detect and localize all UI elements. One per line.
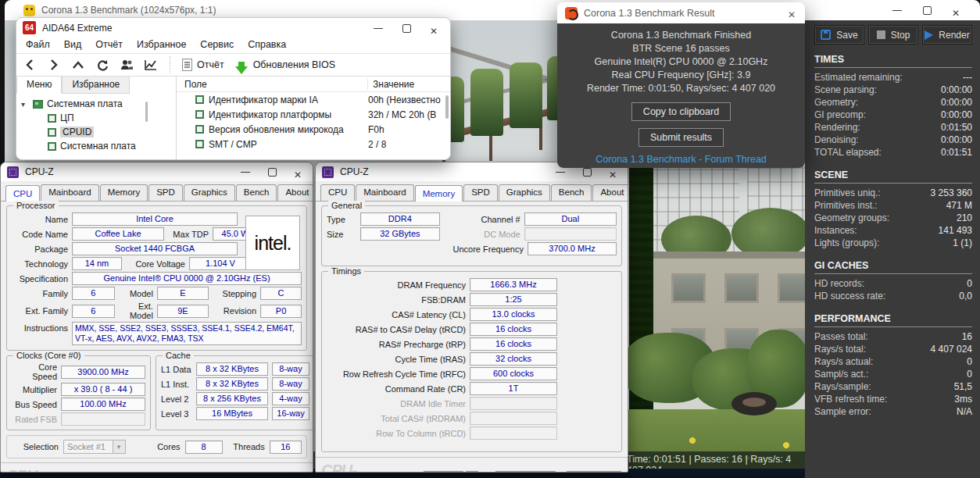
menu-item[interactable]: Отчёт [95, 39, 123, 50]
cache-group: Cache L1 Data8 x 32 KBytes8-way L1 Inst.… [156, 355, 313, 430]
chart-icon[interactable] [144, 58, 158, 72]
aida64-field-list: Поле Значение Идентификатор марки IA 00h… [177, 77, 450, 160]
report-button[interactable]: Отчёт [197, 59, 224, 70]
instructions-field: MMX, SSE, SSE2, SSE3, SSSE3, SSE4.1, SSE… [72, 322, 302, 345]
tab[interactable]: CPU [320, 184, 355, 201]
refresh-icon[interactable] [95, 58, 109, 72]
minimize-icon[interactable] [892, 5, 902, 15]
tree-vertical-scrollbar[interactable] [145, 102, 148, 122]
tab[interactable]: SPD [463, 184, 498, 201]
stat-row: Passes total:16 [814, 330, 972, 343]
maximize-icon[interactable] [402, 23, 411, 33]
desktop: Corona 1.3 Benchmark (1024x576px, 1:1) [0, 0, 980, 478]
tools-button[interactable]: Tools [423, 471, 464, 473]
timing-field: 1666.3 MHz [470, 278, 557, 291]
timing-field [470, 426, 557, 440]
maximize-icon[interactable] [582, 167, 592, 177]
tools-dropdown-icon[interactable]: ▾ [465, 471, 478, 473]
specification-field: Genuine Intel® CPU 0000 @ 2.10GHz (ES) [72, 272, 302, 285]
tab[interactable]: Bench [236, 184, 277, 201]
column-header-value[interactable]: Значение [368, 79, 414, 90]
tab[interactable]: Memory [100, 184, 148, 201]
close-icon[interactable] [952, 5, 961, 15]
general-group: General Type DDR4 Channel # Dual Size 32… [321, 205, 622, 266]
forum-thread-link[interactable]: Corona 1.3 Benchmark - Forum Thread [596, 154, 767, 165]
timing-row: RAS# Precharge (tRP) 16 clocks [327, 337, 617, 351]
timing-field: 13.0 clocks [470, 308, 557, 321]
close-icon[interactable] [294, 167, 303, 177]
tree-item[interactable]: Системная плата [21, 139, 176, 153]
socket-select[interactable]: Socket #1 [63, 440, 126, 454]
menu-item[interactable]: Справка [248, 39, 286, 50]
tab-favorites[interactable]: Избранное [62, 77, 130, 94]
menu-item[interactable]: Файл [26, 39, 50, 50]
tab[interactable]: Bench [551, 184, 592, 201]
up-icon[interactable] [71, 58, 85, 72]
users-icon[interactable] [120, 58, 134, 72]
maximize-icon[interactable] [922, 5, 932, 15]
menu-item[interactable]: Вид [64, 39, 82, 50]
tab[interactable]: Graphics [184, 184, 235, 201]
table-row[interactable]: SMT / CMP 2 / 8 [177, 137, 450, 152]
tree-item[interactable]: ЦП [21, 111, 176, 125]
minimize-icon[interactable] [374, 23, 383, 33]
validate-button[interactable]: Validate [495, 471, 556, 473]
column-header-field[interactable]: Поле [177, 79, 368, 90]
tab[interactable]: Mainboard [41, 184, 98, 201]
stat-row: Scene parsing:0:00:00 [814, 84, 972, 96]
copy-to-clipboard-button[interactable]: Copy to clipboard [631, 102, 731, 121]
menu-item[interactable]: Избранное [137, 39, 186, 50]
render-status-text: Time: 0:01:51 | Passes: 16 | Rays/s: 4 4… [627, 454, 805, 469]
tab[interactable]: About [592, 184, 628, 201]
bios-download-icon[interactable] [234, 58, 249, 72]
tab[interactable]: Memory [415, 185, 463, 202]
tree-item[interactable]: CPUID [21, 125, 176, 139]
processor-group: Processor intel. NameIntel Core Code Nam… [6, 205, 307, 351]
close-button[interactable]: Close [566, 471, 622, 473]
maximize-icon[interactable] [267, 167, 277, 177]
l1-inst-field: 8 x 32 KBytes [196, 377, 268, 391]
menu-item[interactable]: Сервис [200, 39, 234, 50]
chevron-down-icon[interactable]: ▾ [21, 100, 29, 109]
timing-field [470, 397, 557, 410]
stop-button[interactable]: Stop [868, 25, 918, 45]
table-row[interactable]: Идентификатор платформы 32h / MC 20h (B [177, 107, 450, 122]
benchmark-result-dialog: Corona 1.3 Benchmark Result Corona 1.3 B… [557, 2, 805, 168]
report-icon[interactable] [182, 59, 192, 71]
tab-menu[interactable]: Меню [16, 77, 62, 94]
table-row[interactable]: Идентификатор марки IA 00h (Неизвестно [177, 92, 450, 107]
l1-data-way-field: 8-way [272, 362, 309, 376]
timing-row: Command Rate (CR) 1T [327, 382, 617, 395]
timing-field: 1T [470, 382, 557, 395]
cpuz-tabs: CPUMainboardMemorySPDGraphicsBenchAbout [316, 181, 628, 202]
forward-icon[interactable] [47, 58, 61, 72]
stat-row: Rays/s actual:0 [814, 355, 972, 368]
timings-group: Timings DRAM Frequency 1666.3 MHz FSB:DR… [321, 271, 622, 452]
tab[interactable]: Graphics [499, 184, 550, 201]
tab[interactable]: CPU [5, 185, 40, 202]
list-vertical-scrollbar[interactable] [445, 95, 449, 119]
tab[interactable]: SPD [148, 184, 183, 201]
close-icon[interactable] [430, 23, 439, 33]
tab[interactable]: About [277, 184, 313, 201]
cpuz-footer: CPU-Z Ver. 1.98.0.x64 Tools ▾ Validate C… [1, 462, 313, 473]
close-icon[interactable] [609, 167, 618, 177]
back-icon[interactable] [23, 58, 37, 72]
dialog-body: Corona 1.3 Benchmark FinishedBTR Scene 1… [557, 23, 805, 168]
render-button[interactable]: Render [922, 25, 972, 45]
stat-row: Instances:141 493 [814, 224, 972, 237]
stat-row: TOTAL elapsed:0:01:51 [814, 146, 972, 159]
save-button[interactable]: Save [814, 25, 864, 45]
close-icon[interactable] [788, 9, 797, 18]
l1-data-field: 8 x 32 KBytes [196, 362, 268, 376]
minimize-icon[interactable] [556, 167, 565, 177]
tab[interactable]: Mainboard [356, 184, 413, 201]
family-field: 6 [72, 287, 115, 300]
dialog-titlebar: Corona 1.3 Benchmark Result [557, 2, 805, 23]
tree-item-root[interactable]: ▾ Системная плата [21, 97, 176, 111]
bios-update-button[interactable]: Обновления BIOS [253, 59, 335, 70]
submit-results-button[interactable]: Submit results [638, 128, 724, 147]
table-row[interactable]: Версия обновления микрокода F0h [177, 122, 450, 137]
result-line: BTR Scene 16 passes [557, 42, 805, 55]
minimize-icon[interactable] [241, 167, 250, 177]
